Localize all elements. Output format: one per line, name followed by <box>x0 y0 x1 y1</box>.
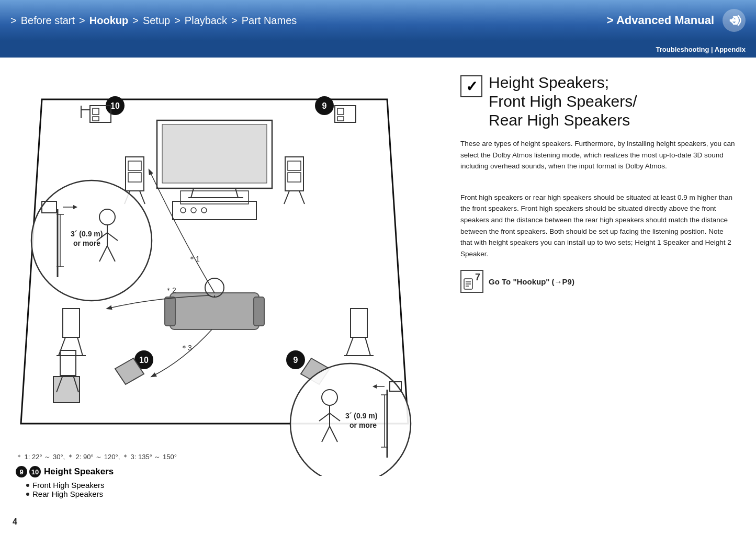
svg-rect-45 <box>351 309 367 337</box>
footnote-1-label: ＊1 <box>188 255 200 263</box>
svg-rect-37 <box>165 297 175 326</box>
left-panel: 10 9 <box>10 68 439 525</box>
svg-rect-36 <box>170 293 259 329</box>
header: > Before start > Hookup > Setup > Playba… <box>0 0 756 41</box>
page-number: 4 <box>13 517 17 527</box>
svg-rect-3 <box>162 124 267 183</box>
right-panel: ✓ Height Speakers;Front High Speakers/Re… <box>450 68 746 525</box>
svg-line-46 <box>346 337 353 356</box>
subheader: Troubleshooting | Appendix <box>0 41 756 58</box>
svg-line-4 <box>191 188 194 198</box>
svg-line-5 <box>235 188 238 198</box>
svg-line-47 <box>365 337 370 356</box>
legend-title-text: Height Speakers <box>44 466 114 477</box>
nav-arrow-1: > <box>10 15 17 27</box>
svg-line-43 <box>77 337 83 356</box>
nav-arrow-2: > <box>79 15 85 27</box>
badge-10-top-left: 10 <box>110 101 120 110</box>
nav-setup[interactable]: Setup <box>143 15 170 27</box>
nav-arrow-4: > <box>174 15 180 27</box>
svg-line-20 <box>299 191 304 204</box>
badge-10-bottom: 10 <box>139 356 149 365</box>
svg-rect-17 <box>288 161 301 170</box>
footnotes: ＊ 1: 22° ～ 30°, ＊ 2: 90° ～ 120°, ＊ 3: 13… <box>16 452 177 462</box>
section-body-1: These are types of height speakers. Furt… <box>460 138 735 172</box>
svg-rect-35 <box>337 117 344 121</box>
circle-right-label-line1: 3´ (0.9 m) <box>345 412 377 420</box>
checkmark-icon: ✓ <box>466 78 478 95</box>
svg-rect-18 <box>288 173 301 182</box>
badge-9-top-right: 9 <box>322 101 327 110</box>
svg-rect-23 <box>60 350 76 375</box>
svg-rect-13 <box>128 173 141 182</box>
subheader-text[interactable]: Troubleshooting | Appendix <box>656 45 746 53</box>
nav-hookup[interactable]: Hookup <box>89 15 128 27</box>
svg-point-8 <box>180 208 186 213</box>
goto-icon: 7 <box>460 270 483 293</box>
svg-rect-38 <box>254 297 264 326</box>
diagram-container: 10 9 <box>10 68 439 525</box>
svg-rect-41 <box>63 309 80 337</box>
legend-item-1: Front High Speakers <box>32 481 105 490</box>
circle-right-label-line2: or more <box>349 421 377 429</box>
svg-line-42 <box>59 337 65 356</box>
badge-9-bottom: 9 <box>294 356 298 365</box>
svg-line-15 <box>140 191 145 204</box>
legend-badge-10: 10 <box>29 466 41 477</box>
nav-arrow-3: > <box>132 15 139 27</box>
section-title: Height Speakers;Front High Speakers/Rear… <box>489 73 637 130</box>
svg-point-10 <box>201 208 207 213</box>
legend-item-2: Rear High Speakers <box>32 490 103 498</box>
circle-left-label-line2: or more <box>73 239 100 247</box>
footnote-2-label: ＊2 <box>165 286 176 294</box>
legend-badge-9: 9 <box>16 466 27 477</box>
legend: 9 10 Height Speakers Front High Speakers… <box>16 466 114 498</box>
goto-label[interactable]: Go To "Hookup" (→P9) <box>489 277 574 286</box>
advanced-manual-link[interactable]: > Advanced Manual <box>607 14 714 27</box>
nav-right: > Advanced Manual <box>607 9 746 32</box>
nav-part-names[interactable]: Part Names <box>242 15 297 27</box>
main-content: 10 9 <box>0 58 756 535</box>
section-body-2: Front high speakers or rear high speaker… <box>460 192 735 260</box>
circle-left-label-line1: 3´ (0.9 m) <box>71 230 103 238</box>
svg-point-9 <box>191 208 196 213</box>
room-diagram: 10 9 <box>10 68 419 476</box>
nav-before-start[interactable]: Before start <box>21 15 75 27</box>
back-button[interactable] <box>723 9 746 32</box>
checkmark-box: ✓ <box>460 75 482 97</box>
svg-rect-12 <box>128 161 141 170</box>
svg-rect-30 <box>93 117 99 121</box>
svg-line-19 <box>284 191 289 204</box>
nav-arrow-5: > <box>231 15 238 27</box>
nav-items: > Before start > Hookup > Setup > Playba… <box>10 15 607 27</box>
nav-playback[interactable]: Playback <box>185 15 227 27</box>
svg-rect-29 <box>93 108 99 115</box>
footnote-3-label: ＊3 <box>180 344 192 352</box>
svg-rect-34 <box>337 108 344 115</box>
